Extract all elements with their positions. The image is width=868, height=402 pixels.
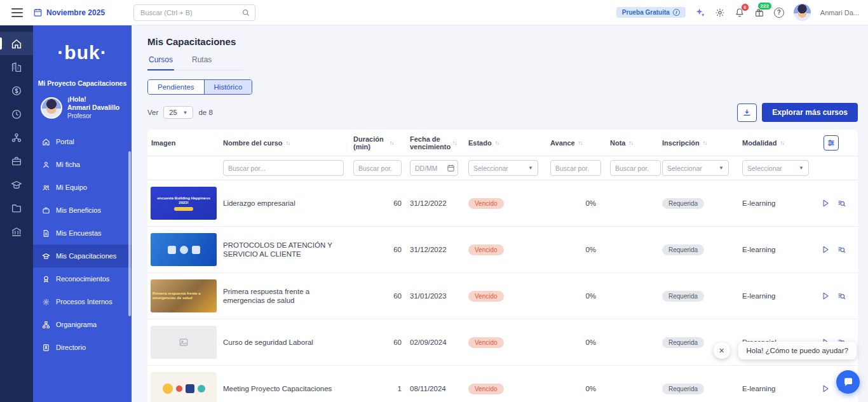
chat-close-button[interactable]: × bbox=[714, 342, 730, 359]
org-chart-icon bbox=[42, 321, 50, 329]
filter-nota-input[interactable] bbox=[610, 160, 661, 176]
sort-icon[interactable]: ↑↓ bbox=[578, 139, 583, 147]
ai-sparkle-icon[interactable] bbox=[695, 8, 705, 18]
filter-inscripcion-select[interactable]: Seleccionar▼ bbox=[662, 160, 729, 176]
col-imagen: Imagen bbox=[147, 139, 223, 147]
course-thumbnail-placeholder bbox=[151, 326, 217, 359]
date-label: Noviembre 2025 bbox=[46, 8, 105, 17]
enrollment-badge: Requerida bbox=[662, 198, 704, 209]
sidebar-item-reconocimientos[interactable]: Reconocimientos bbox=[33, 267, 132, 290]
filter-modalidad-select[interactable]: Seleccionar▼ bbox=[742, 160, 809, 176]
table-row: Primera respuesta frente a emergencias d… bbox=[147, 273, 858, 319]
pendientes-toggle[interactable]: Pendientes bbox=[148, 80, 204, 94]
menu-toggle-button[interactable] bbox=[11, 8, 23, 17]
course-name: PROTOCOLOS DE ATENCIÓN Y SERVICIO AL CLI… bbox=[223, 241, 353, 258]
sort-icon[interactable]: ↑↓ bbox=[628, 139, 633, 147]
course-duration: 1 bbox=[353, 385, 410, 392]
rail-payments-icon[interactable] bbox=[0, 79, 33, 102]
course-thumbnail: encuesta Building Happiness 2023! bbox=[151, 187, 217, 220]
sidebar-item-directorio[interactable]: Directorio bbox=[33, 336, 132, 359]
course-progress: 0% bbox=[550, 199, 610, 207]
play-course-button[interactable] bbox=[821, 384, 830, 393]
settings-gear-icon[interactable] bbox=[715, 8, 725, 18]
course-progress: 0% bbox=[550, 385, 610, 392]
date-picker[interactable]: Noviembre 2025 bbox=[33, 8, 105, 17]
sort-icon[interactable]: ↑↓ bbox=[286, 139, 290, 147]
chevron-down-icon: ▼ bbox=[719, 165, 724, 171]
sidebar-item-organigrama[interactable]: Organigrama bbox=[33, 313, 132, 336]
page-size-value: 25 bbox=[169, 109, 177, 116]
medal-icon bbox=[42, 275, 50, 283]
table-filter-row: Seleccionar▼ Seleccionar▼ Seleccionar▼ bbox=[147, 156, 858, 180]
play-course-button[interactable] bbox=[821, 199, 830, 208]
notifications-bell-icon[interactable]: 6 bbox=[735, 8, 745, 18]
search-input[interactable] bbox=[133, 4, 255, 21]
sidebar-item-mis-beneficios[interactable]: Mis Beneficios bbox=[33, 199, 132, 222]
sidebar-item-portal[interactable]: Portal bbox=[33, 130, 132, 153]
table-row: encuesta Building Happiness 2023! Lidera… bbox=[147, 180, 858, 227]
user-menu[interactable]: Anmari Da... bbox=[820, 9, 859, 17]
user-icon bbox=[42, 161, 50, 169]
sort-icon[interactable]: ↑↓ bbox=[780, 139, 784, 147]
credits-count-badge: 222 bbox=[757, 2, 772, 10]
status-badge: Vencido bbox=[468, 384, 504, 394]
page-size-select[interactable]: 25 ▼ bbox=[163, 106, 193, 119]
download-button[interactable] bbox=[737, 104, 757, 122]
enrollment-badge: Requerida bbox=[662, 245, 704, 255]
sidebar-item-label: Reconocimientos bbox=[56, 275, 109, 283]
rail-education-icon[interactable] bbox=[0, 173, 33, 196]
rewards-icon[interactable]: 222 bbox=[754, 8, 764, 18]
sidebar-item-label: Procesos Internos bbox=[56, 298, 112, 305]
list-controls: Ver 25 ▼ de 8 Explorar más cursos bbox=[147, 103, 858, 122]
historico-toggle[interactable]: Histórico bbox=[204, 80, 252, 94]
sidebar-item-mis-capacitaciones[interactable]: Mis Capacitaciones bbox=[33, 245, 132, 267]
column-settings-button[interactable] bbox=[824, 135, 839, 151]
rail-benefits-icon[interactable] bbox=[0, 149, 33, 173]
course-details-button[interactable] bbox=[837, 291, 846, 301]
user-avatar[interactable] bbox=[794, 4, 811, 21]
chat-button[interactable] bbox=[836, 370, 860, 394]
sidebar-user-role: Profesor bbox=[67, 112, 119, 120]
col-estado: Estado↑↓ bbox=[468, 139, 550, 147]
sidebar-scrollbar[interactable] bbox=[128, 151, 131, 316]
course-details-button[interactable] bbox=[837, 245, 846, 255]
trial-badge[interactable]: Prueba Gratuita i bbox=[616, 7, 686, 18]
sort-icon[interactable]: ↑↓ bbox=[495, 139, 499, 147]
course-thumbnail bbox=[151, 233, 217, 266]
sort-icon[interactable]: ↑↓ bbox=[452, 139, 457, 147]
filter-nombre-input[interactable] bbox=[223, 160, 344, 176]
rail-time-icon[interactable] bbox=[0, 102, 33, 126]
course-name: Meeting Proyecto Capacitaciones bbox=[223, 384, 353, 393]
sidebar-avatar[interactable] bbox=[41, 97, 62, 119]
sidebar-item-procesos-internos[interactable]: Procesos Internos bbox=[33, 290, 132, 313]
chevron-down-icon: ▼ bbox=[528, 165, 533, 171]
sort-icon[interactable]: ↑↓ bbox=[390, 139, 394, 147]
sidebar-item-mis-encuestas[interactable]: Mis Encuestas bbox=[33, 222, 132, 245]
tab-cursos[interactable]: Cursos bbox=[147, 55, 174, 70]
info-icon: i bbox=[673, 9, 680, 16]
chevron-down-icon: ▼ bbox=[799, 165, 804, 171]
tabs: Cursos Rutas bbox=[147, 55, 243, 70]
help-icon[interactable]: ? bbox=[774, 8, 784, 18]
rail-documents-icon[interactable] bbox=[0, 196, 33, 220]
search-icon[interactable] bbox=[241, 8, 250, 17]
play-course-button[interactable] bbox=[821, 245, 830, 254]
sidebar-item-mi-ficha[interactable]: Mi ficha bbox=[33, 153, 132, 176]
course-details-button[interactable] bbox=[837, 199, 846, 208]
rail-company-icon[interactable] bbox=[0, 55, 33, 79]
rail-talent-icon[interactable] bbox=[0, 126, 33, 149]
calendar-icon[interactable] bbox=[447, 164, 455, 172]
sidebar: ·buk· Mi Proyecto Capacitaciones ¡Hola! … bbox=[33, 25, 132, 402]
sidebar-item-mi-equipo[interactable]: Mi Equipo bbox=[33, 176, 132, 199]
sort-icon[interactable]: ↑↓ bbox=[703, 139, 707, 147]
course-thumbnail: Primera respuesta frente a emergencias d… bbox=[151, 279, 217, 312]
explore-courses-button[interactable]: Explorar más cursos bbox=[762, 103, 858, 122]
tab-rutas[interactable]: Rutas bbox=[191, 55, 213, 70]
rail-finance-icon[interactable] bbox=[0, 220, 33, 243]
rail-home-icon[interactable] bbox=[0, 32, 33, 55]
filter-estado-select[interactable]: Seleccionar▼ bbox=[468, 160, 538, 176]
project-name: Mi Proyecto Capacitaciones bbox=[33, 79, 132, 87]
filter-avance-input[interactable] bbox=[550, 160, 601, 176]
play-course-button[interactable] bbox=[821, 291, 830, 300]
filter-duracion-input[interactable] bbox=[353, 160, 402, 176]
